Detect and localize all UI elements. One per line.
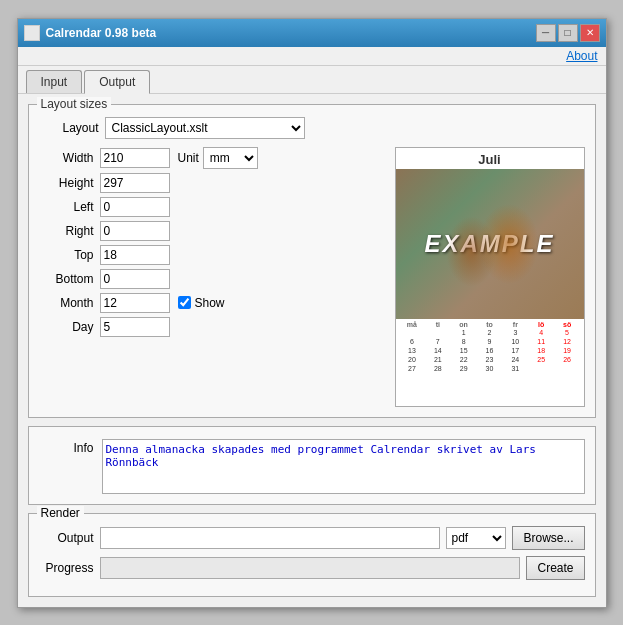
main-area: Width Unit mm Height Left bbox=[39, 147, 585, 407]
unit-select[interactable]: mm bbox=[203, 147, 258, 169]
cal-row-5: 27 28 29 30 31 bbox=[400, 364, 580, 373]
cal-row-2: 6 7 8 9 10 11 12 bbox=[400, 337, 580, 346]
show-checkbox[interactable] bbox=[178, 296, 191, 309]
layout-row: Layout ClassicLayout.xslt bbox=[39, 117, 585, 139]
layout-sizes-group: Layout sizes Layout ClassicLayout.xslt W… bbox=[28, 104, 596, 418]
tab-bar: Input Output bbox=[18, 66, 606, 94]
cal-header-tue: ti bbox=[425, 321, 450, 328]
form-area: Width Unit mm Height Left bbox=[39, 147, 385, 407]
progress-label: Progress bbox=[39, 561, 94, 575]
calendar-preview: Juli EXAMPLE må ti on to fr lö bbox=[395, 147, 585, 407]
width-label: Width bbox=[39, 151, 94, 165]
layout-sizes-title: Layout sizes bbox=[37, 97, 112, 111]
right-input[interactable] bbox=[100, 221, 170, 241]
output-path-input[interactable] bbox=[100, 527, 441, 549]
cal-row-3: 13 14 15 16 17 18 19 bbox=[400, 346, 580, 355]
create-button[interactable]: Create bbox=[526, 556, 584, 580]
left-label: Left bbox=[39, 200, 94, 214]
render-title: Render bbox=[37, 506, 84, 520]
cal-row-4: 20 21 22 23 24 25 26 bbox=[400, 355, 580, 364]
title-bar: Calrendar 0.98 beta ─ □ ✕ bbox=[18, 19, 606, 47]
butterfly-overlay bbox=[396, 169, 584, 319]
day-label: Day bbox=[39, 320, 94, 334]
close-button[interactable]: ✕ bbox=[580, 24, 600, 42]
title-controls: ─ □ ✕ bbox=[536, 24, 600, 42]
tab-output[interactable]: Output bbox=[84, 70, 150, 94]
preview-calendar: må ti on to fr lö sö 1 2 bbox=[396, 319, 584, 375]
month-label: Month bbox=[39, 296, 94, 310]
cal-header-sun: sö bbox=[555, 321, 580, 328]
layout-label: Layout bbox=[39, 121, 99, 135]
top-label: Top bbox=[39, 248, 94, 262]
info-label: Info bbox=[39, 439, 94, 455]
day-row: Day bbox=[39, 317, 385, 337]
browse-button[interactable]: Browse... bbox=[512, 526, 584, 550]
info-inner: Info Denna almanacka skapades med progra… bbox=[39, 439, 585, 494]
menu-bar: About bbox=[18, 47, 606, 66]
info-textarea[interactable]: Denna almanacka skapades med programmet … bbox=[102, 439, 585, 494]
preview-image: EXAMPLE bbox=[396, 169, 584, 319]
right-label: Right bbox=[39, 224, 94, 238]
width-input[interactable] bbox=[100, 148, 170, 168]
output-label: Output bbox=[39, 531, 94, 545]
month-row: Month Show bbox=[39, 293, 385, 313]
cal-header-sat: lö bbox=[529, 321, 554, 328]
bottom-row: Bottom bbox=[39, 269, 385, 289]
layout-select[interactable]: ClassicLayout.xslt bbox=[105, 117, 305, 139]
main-window: Calrendar 0.98 beta ─ □ ✕ About Input Ou… bbox=[17, 18, 607, 608]
about-link[interactable]: About bbox=[566, 49, 597, 63]
bottom-label: Bottom bbox=[39, 272, 94, 286]
top-row: Top bbox=[39, 245, 385, 265]
cal-header-fri: fr bbox=[503, 321, 528, 328]
progress-bar-container bbox=[100, 557, 521, 579]
content-area: Layout sizes Layout ClassicLayout.xslt W… bbox=[18, 94, 606, 607]
render-group: Render Output pdf png svg Browse... Prog… bbox=[28, 513, 596, 597]
title-bar-left: Calrendar 0.98 beta bbox=[24, 25, 157, 41]
right-row: Right bbox=[39, 221, 385, 241]
info-group: Info Denna almanacka skapades med progra… bbox=[28, 426, 596, 505]
calendar-header-row: må ti on to fr lö sö bbox=[400, 321, 580, 328]
bottom-input[interactable] bbox=[100, 269, 170, 289]
left-row: Left bbox=[39, 197, 385, 217]
preview-month: Juli bbox=[396, 148, 584, 169]
progress-row: Progress Create bbox=[39, 556, 585, 580]
tab-input[interactable]: Input bbox=[26, 70, 83, 93]
window-title: Calrendar 0.98 beta bbox=[46, 26, 157, 40]
format-select[interactable]: pdf png svg bbox=[446, 527, 506, 549]
minimize-button[interactable]: ─ bbox=[536, 24, 556, 42]
calendar-icon bbox=[24, 25, 40, 41]
cal-row-1: 1 2 3 4 5 bbox=[400, 328, 580, 337]
height-input[interactable] bbox=[100, 173, 170, 193]
show-label: Show bbox=[195, 296, 225, 310]
month-input[interactable] bbox=[100, 293, 170, 313]
unit-text-label: Unit bbox=[178, 151, 199, 165]
cal-header-mon: må bbox=[400, 321, 425, 328]
day-input[interactable] bbox=[100, 317, 170, 337]
width-row: Width Unit mm bbox=[39, 147, 385, 169]
cal-header-thu: to bbox=[477, 321, 502, 328]
maximize-button[interactable]: □ bbox=[558, 24, 578, 42]
cal-header-wed: on bbox=[451, 321, 476, 328]
output-row: Output pdf png svg Browse... bbox=[39, 526, 585, 550]
height-row: Height bbox=[39, 173, 385, 193]
top-input[interactable] bbox=[100, 245, 170, 265]
height-label: Height bbox=[39, 176, 94, 190]
left-input[interactable] bbox=[100, 197, 170, 217]
